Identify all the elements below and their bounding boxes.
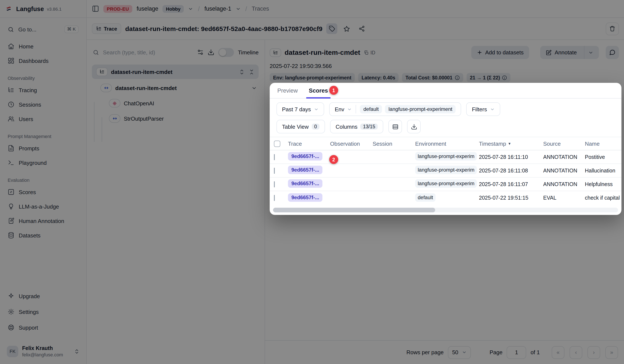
table-row[interactable]: 9ed6657f-... langfuse-prompt-experim 202… (270, 150, 622, 164)
column-header-observation[interactable]: Observation (330, 140, 373, 147)
filters-button-label: Filters (472, 106, 487, 112)
timestamp-cell: 2025-07-22 19:51:15 (479, 195, 543, 201)
chevron-down-icon (490, 107, 495, 112)
environment-pill: default (415, 193, 436, 202)
export-button[interactable] (407, 120, 421, 133)
timestamp-header-label: Timestamp (479, 140, 506, 147)
env-filter[interactable]: Env default langfuse-prompt-experiment (329, 102, 461, 116)
walkthrough-step-badge-1: 1 (329, 86, 338, 95)
column-header-source[interactable]: Source (543, 140, 585, 147)
sort-desc-icon: ▼ (508, 142, 511, 145)
trace-id-pill[interactable]: 9ed6657f-... (288, 166, 323, 174)
timestamp-cell: 2025-07-28 16:11:08 (479, 168, 543, 174)
column-header-session[interactable]: Session (373, 140, 415, 147)
tab-scores[interactable]: Scores (309, 88, 328, 98)
columns-count: 13/15 (361, 124, 378, 130)
columns-label: Columns (336, 123, 358, 130)
scores-tab-card: Preview Scores 1 2 Past 7 days Env defau… (270, 83, 622, 215)
row-checkbox[interactable] (274, 168, 275, 174)
chevron-down-icon (314, 107, 319, 112)
tab-bar: Preview Scores (270, 83, 622, 98)
tab-preview[interactable]: Preview (277, 88, 298, 98)
row-height-button[interactable] (388, 120, 402, 133)
table-view-label: Table View (282, 123, 309, 130)
table-row[interactable]: 9ed6657f-... langfuse-prompt-experim 202… (270, 178, 622, 191)
trace-id-pill[interactable]: 9ed6657f-... (288, 179, 323, 188)
walkthrough-step-badge-2: 2 (329, 155, 338, 164)
chevron-down-icon (347, 107, 352, 112)
row-checkbox[interactable] (274, 181, 275, 187)
source-cell: ANNOTATION (543, 168, 585, 174)
row-checkbox[interactable] (274, 195, 275, 201)
select-all-checkbox[interactable] (274, 140, 280, 147)
app-window: Langfuse v3.86.1 Go to... ⌘ K Home Dashb… (0, 0, 624, 364)
filters-button[interactable]: Filters (467, 102, 500, 116)
trace-id-pill[interactable]: 9ed6657f-... (288, 152, 323, 160)
source-cell: ANNOTATION (543, 181, 585, 187)
table-row[interactable]: 9ed6657f-... langfuse-prompt-experim 202… (270, 164, 622, 178)
env-filter-value: default (360, 105, 382, 114)
download-icon (411, 123, 417, 130)
timestamp-cell: 2025-07-28 16:11:07 (479, 181, 543, 187)
table-toolbar: Table View 0 Columns 13/15 (270, 116, 622, 137)
date-range-filter[interactable]: Past 7 days (277, 102, 324, 116)
name-cell: check if capital (585, 195, 622, 201)
env-filter-value: langfuse-prompt-experiment (385, 105, 456, 114)
environment-pill: langfuse-prompt-experim (415, 179, 477, 188)
name-cell: Postitive (585, 154, 622, 160)
date-range-label: Past 7 days (282, 106, 311, 112)
column-header-environment[interactable]: Environment (415, 140, 479, 147)
env-filter-label: Env (335, 106, 344, 112)
column-header-trace[interactable]: Trace (288, 140, 330, 147)
table-view-count: 0 (312, 124, 319, 130)
column-header-timestamp[interactable]: Timestamp ▼ (479, 140, 543, 147)
source-cell: EVAL (543, 195, 585, 201)
row-checkbox[interactable] (274, 154, 275, 160)
scores-table-header: Trace Observation Session Environment Ti… (270, 137, 622, 150)
timestamp-cell: 2025-07-28 16:11:10 (479, 154, 543, 160)
column-header-name[interactable]: Name (585, 140, 622, 147)
columns-button[interactable]: Columns 13/15 (330, 120, 383, 133)
table-view-button[interactable]: Table View 0 (277, 120, 325, 133)
trace-id-pill[interactable]: 9ed6657f-... (288, 193, 323, 202)
table-row[interactable]: 9ed6657f-... default 2025-07-22 19:51:15… (270, 191, 622, 205)
scrollbar-thumb[interactable] (273, 208, 435, 212)
name-cell: Hallucination (585, 168, 622, 174)
name-cell: Helpfulness (585, 181, 622, 187)
filters-row: Past 7 days Env default langfuse-prompt-… (270, 98, 622, 116)
horizontal-scrollbar[interactable] (273, 208, 618, 212)
environment-pill: langfuse-prompt-experim (415, 152, 477, 160)
source-cell: ANNOTATION (543, 154, 585, 160)
divider (356, 105, 356, 114)
environment-pill: langfuse-prompt-experim (415, 166, 477, 174)
rows-density-icon (392, 123, 398, 130)
